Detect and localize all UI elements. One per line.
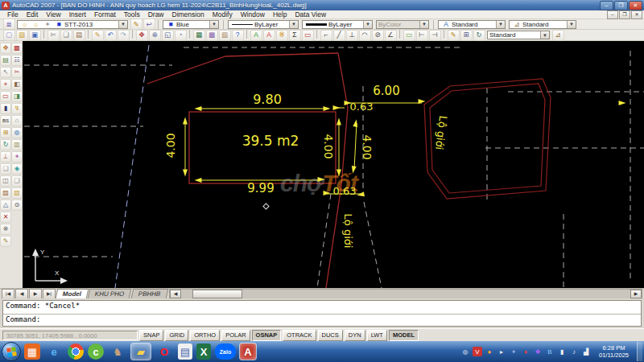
chevron-down-icon[interactable]: ▼ [567, 21, 576, 28]
taskbar-app-chrome[interactable] [68, 343, 84, 360]
window-minimize-button[interactable]: – [600, 1, 613, 10]
tray-icon-battery[interactable]: ▮ [557, 347, 567, 356]
window-restore-button[interactable]: ❐ [614, 1, 628, 10]
scroll-right-icon[interactable]: ▶ [630, 290, 642, 298]
taskbar-app-excel[interactable]: X [196, 343, 211, 360]
dim-text-600[interactable]: 6.00 [373, 85, 399, 97]
radius-dimension-icon[interactable]: ◠ [359, 30, 371, 41]
command-input[interactable]: Command: [3, 314, 641, 326]
cut-icon[interactable]: ✄ [47, 30, 60, 41]
tool-icon[interactable]: ❑ [11, 175, 23, 187]
dim-style-dropdown[interactable]: ⊿ Standard ▼ [509, 20, 576, 29]
tool-icon[interactable]: ↖ [0, 67, 11, 78]
tool-icon[interactable]: ▮ [0, 103, 11, 114]
zoom-realtime-icon[interactable]: ⊕ [149, 30, 161, 41]
zoom-window-icon[interactable]: ◱ [162, 30, 174, 41]
taskbar-app-opera[interactable]: O [155, 343, 174, 360]
tray-icon-volume[interactable]: ♪ [569, 347, 579, 356]
undo-icon[interactable]: ↶ [105, 30, 117, 41]
tool-icon[interactable]: ◈ [11, 163, 23, 175]
tool-icon[interactable]: ✦ [11, 151, 23, 162]
designcenter-icon[interactable]: ▩ [206, 30, 218, 41]
scroll-left-icon[interactable]: ◀ [170, 290, 181, 298]
tray-icon-red[interactable]: ♦ [521, 347, 530, 356]
tool-icon[interactable]: ✕ [0, 212, 11, 223]
tool-icon[interactable]: ▨ [0, 187, 11, 199]
baseline-dimension-icon[interactable]: ⊢ [416, 30, 428, 41]
menu-item[interactable]: Insert [65, 10, 90, 19]
tool-icon[interactable]: ✎ [0, 236, 11, 247]
dimension-update-icon[interactable]: ↻ [473, 30, 485, 41]
angular-dimension-icon[interactable]: ∠ [385, 30, 397, 41]
status-dyn-button[interactable]: DYN [345, 330, 365, 341]
text-style-dropdown[interactable]: A Standard ▼ [438, 20, 506, 29]
tool-palettes-icon[interactable]: ▧ [219, 30, 231, 41]
tab-khu-pho[interactable]: KHU PHO [88, 289, 132, 298]
text-red-tool-icon[interactable]: A [263, 30, 275, 41]
menu-item[interactable]: View [42, 10, 64, 19]
horizontal-scrollbar[interactable]: ◀ ▶ [169, 289, 642, 299]
ordinate-dimension-icon[interactable]: ⊥ [346, 30, 358, 41]
tool-icon[interactable]: ◧ [11, 79, 23, 90]
menu-item[interactable]: Draw [144, 10, 168, 19]
parcel-area-label[interactable]: 39.5 m2 [242, 134, 299, 148]
taskbar-app-coccoc[interactable]: c [88, 343, 104, 360]
dim-style-toolbar-dropdown[interactable]: Standard ▼ [487, 31, 550, 39]
tool-icon[interactable]: ✥ [0, 43, 11, 54]
tool-icon[interactable]: ✂ [11, 67, 23, 78]
dim-text-999[interactable]: 9.99 [247, 183, 274, 195]
taskbar-app-notes[interactable]: ▤ [178, 343, 192, 360]
taskbar-app-autocad[interactable]: A [240, 343, 256, 360]
tool-icon[interactable]: ❏ [0, 163, 11, 175]
tray-icon-orange[interactable]: ● [485, 347, 494, 356]
linetype-dropdown[interactable]: ByLayer ▼ [228, 20, 299, 29]
text-tool-icon[interactable]: A [250, 30, 262, 41]
area-tool-icon[interactable]: ▭ [302, 30, 314, 41]
copy-icon[interactable]: ❏ [60, 30, 72, 41]
layer-previous-icon[interactable]: ↩ [143, 19, 155, 30]
child-close-button[interactable]: ✕ [631, 10, 642, 19]
taskbar-app-internet-explorer[interactable]: e [44, 343, 64, 360]
pan-icon[interactable]: ✥ [136, 30, 148, 41]
tray-icon-purple[interactable]: ❖ [533, 347, 543, 356]
dimension-edit-icon[interactable]: ✎ [448, 30, 460, 41]
quick-dimension-icon[interactable]: ▭ [403, 30, 415, 41]
tool-icon[interactable]: ⊞ [0, 127, 11, 138]
tray-icon-globe[interactable]: ◍ [460, 347, 470, 356]
tab-pbhhb[interactable]: PBHHB [130, 289, 167, 298]
open-icon[interactable]: ▨ [16, 30, 28, 41]
tab-model[interactable]: Model [56, 289, 89, 298]
dim-style-manager-icon[interactable]: ⊿ [552, 30, 564, 41]
paste-icon[interactable]: ▤ [73, 30, 85, 41]
menu-item[interactable]: Tools [120, 10, 144, 19]
child-minimize-button[interactable]: – [607, 10, 618, 19]
dim-text-400-left[interactable]: 4.00 [165, 133, 176, 158]
dim-text-980[interactable]: 9.80 [253, 93, 282, 106]
status-polar-button[interactable]: POLAR [221, 330, 250, 341]
chevron-down-icon[interactable]: ▼ [209, 21, 218, 28]
tab-nav-button[interactable]: |◀ [2, 289, 14, 299]
layer-dropdown[interactable]: ☼☼✦■ STT-2013 ▼ [17, 20, 128, 29]
tool-icon[interactable]: ▧ [11, 187, 23, 199]
sum-tool-icon[interactable]: Σ [289, 30, 301, 41]
tab-nav-button[interactable]: ▶ [29, 289, 42, 299]
status-lwt-button[interactable]: LWT [367, 330, 387, 341]
match-properties-icon[interactable]: ✎ [92, 30, 104, 41]
chevron-down-icon[interactable]: ▼ [496, 21, 505, 28]
status-ortho-button[interactable]: ORTHO [190, 330, 220, 341]
redo-icon[interactable]: ↷ [118, 30, 130, 41]
menu-item[interactable]: Help [269, 10, 291, 19]
menu-item[interactable]: Modify [208, 10, 237, 19]
chevron-down-icon[interactable]: ▼ [363, 21, 372, 28]
tool-icon[interactable]: ▩ [11, 43, 23, 54]
color-dropdown[interactable]: ■ Blue ▼ [163, 20, 219, 29]
road-boundary-label[interactable]: Lộ giới [343, 214, 353, 249]
taskbar-app-game[interactable]: ♞ [108, 343, 127, 360]
taskbar-clock[interactable]: 6:28 PM 01/11/2025 [594, 344, 634, 359]
tool-icon[interactable]: ▭ [0, 91, 11, 102]
taskbar-app-remote[interactable]: ▦ [24, 343, 40, 360]
dim-text-063-top[interactable]: 0.63 [350, 101, 374, 112]
child-restore-button[interactable]: ❐ [619, 10, 630, 19]
make-object-layer-current-icon[interactable]: ✎ [130, 19, 142, 30]
tool-icon[interactable]: ❋ [0, 224, 11, 235]
